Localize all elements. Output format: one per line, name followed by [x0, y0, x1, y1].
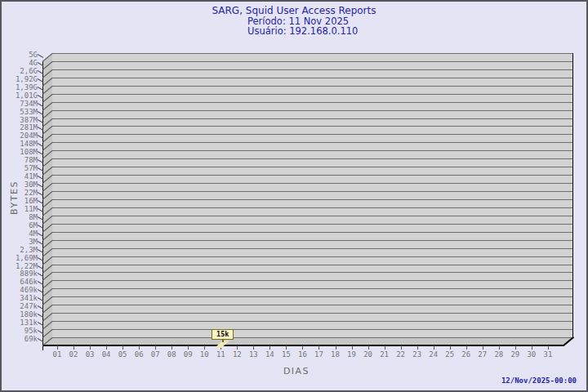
y-tick-label: 204M — [2, 131, 38, 140]
x-tick — [122, 345, 123, 350]
gridline — [52, 224, 573, 225]
y-tick-label: 1,92G — [2, 75, 38, 83]
y-tick-label: 57M — [2, 164, 38, 172]
x-tick-label: 18 — [327, 350, 345, 359]
x-tick — [336, 345, 336, 350]
y-tick-label: 469k — [2, 286, 38, 294]
x-tick-label: 30 — [523, 350, 541, 359]
x-tick-label: 27 — [474, 350, 492, 359]
x-tick — [515, 345, 516, 350]
x-tick — [139, 345, 140, 350]
x-tick — [204, 345, 205, 350]
gridline — [52, 191, 573, 192]
plot-area — [52, 53, 573, 337]
gridline — [52, 216, 573, 216]
y-tick-label: 95k — [2, 327, 38, 335]
report-canvas: SARG, Squid User Access Reports Período:… — [0, 0, 588, 392]
y-tick-label: 646k — [2, 278, 38, 286]
y-tick-label: 4G — [2, 59, 38, 67]
gridline — [52, 256, 573, 257]
y-tick-label: 2,3M — [2, 246, 38, 254]
gridline — [52, 280, 573, 281]
y-tick-label: 78M — [2, 156, 38, 164]
y-tick-label: 148M — [2, 140, 38, 148]
gridline — [52, 158, 573, 159]
y-tick-label: 1,39G — [2, 83, 38, 91]
gridline — [52, 126, 573, 127]
x-tick — [155, 345, 156, 350]
gridline — [52, 305, 573, 305]
gridline — [52, 313, 573, 314]
x-tick — [318, 345, 319, 350]
gridline — [52, 337, 573, 338]
x-tick — [74, 345, 74, 350]
gridline — [52, 288, 573, 289]
x-tick — [90, 345, 91, 350]
x-axis-line — [42, 345, 564, 346]
gridline — [52, 240, 573, 241]
x-tick-label: 28 — [490, 350, 508, 359]
y-tick-label: 69k — [2, 335, 38, 343]
x-tick-label: 06 — [130, 350, 148, 359]
y-tick-label: 281M — [2, 123, 38, 131]
gridline — [52, 329, 573, 330]
x-tick-label: 12 — [228, 350, 246, 359]
y-tick-label: 889k — [2, 270, 38, 278]
x-tick — [253, 345, 254, 350]
x-tick — [466, 345, 467, 350]
x-tick-label: 25 — [441, 350, 459, 359]
x-tick-label: 04 — [97, 350, 115, 359]
x-tick — [368, 345, 369, 350]
gridline — [52, 134, 573, 135]
x-tick-label: 02 — [65, 350, 82, 359]
x-tick — [450, 345, 451, 350]
x-tick — [532, 345, 532, 350]
x-tick — [188, 345, 189, 350]
y-axis-line — [42, 61, 43, 350]
x-tick — [352, 345, 353, 350]
x-tick — [220, 345, 221, 350]
y-tick-label: 2,6G — [2, 67, 38, 75]
x-tick — [270, 345, 270, 350]
x-tick-label: 08 — [163, 350, 180, 359]
gridline — [52, 265, 573, 265]
x-tick-label: 11 — [212, 350, 229, 359]
x-tick — [385, 345, 385, 350]
gridline — [52, 78, 573, 78]
y-tick-label: 1,69M — [2, 254, 38, 262]
y-tick-label: 108M — [2, 148, 38, 156]
plot-left-wall — [42, 53, 52, 345]
y-tick-label: 1,01G — [2, 91, 38, 100]
y-tick-label: 180k — [2, 310, 38, 318]
x-tick — [483, 345, 483, 350]
gridline — [52, 183, 573, 184]
gridline — [52, 150, 573, 151]
x-tick-label: 31 — [539, 350, 557, 359]
x-tick-label: 10 — [195, 350, 213, 359]
gridline — [52, 167, 573, 167]
x-tick — [302, 345, 303, 350]
x-tick — [499, 345, 500, 350]
x-tick-label: 09 — [179, 350, 197, 359]
gridline — [52, 94, 573, 95]
y-tick-label: 533M — [2, 108, 38, 116]
x-tick-label: 13 — [244, 350, 262, 359]
y-tick-label: 734M — [2, 100, 38, 108]
gridline — [52, 69, 573, 70]
gridline — [52, 175, 573, 176]
x-tick-label: 01 — [48, 350, 66, 359]
x-tick — [401, 345, 402, 350]
gridline — [52, 296, 573, 297]
x-tick — [106, 345, 107, 350]
gridline — [52, 199, 573, 200]
gridline — [52, 321, 573, 322]
x-tick — [237, 345, 238, 350]
gridline — [52, 53, 573, 54]
y-axis-title: BYTES — [9, 172, 20, 223]
x-tick-label: 19 — [343, 350, 361, 359]
y-tick-label: 5G — [2, 51, 38, 59]
gridline — [52, 61, 573, 62]
x-tick — [172, 345, 172, 350]
x-tick-label: 07 — [146, 350, 164, 359]
x-tick — [417, 345, 418, 350]
